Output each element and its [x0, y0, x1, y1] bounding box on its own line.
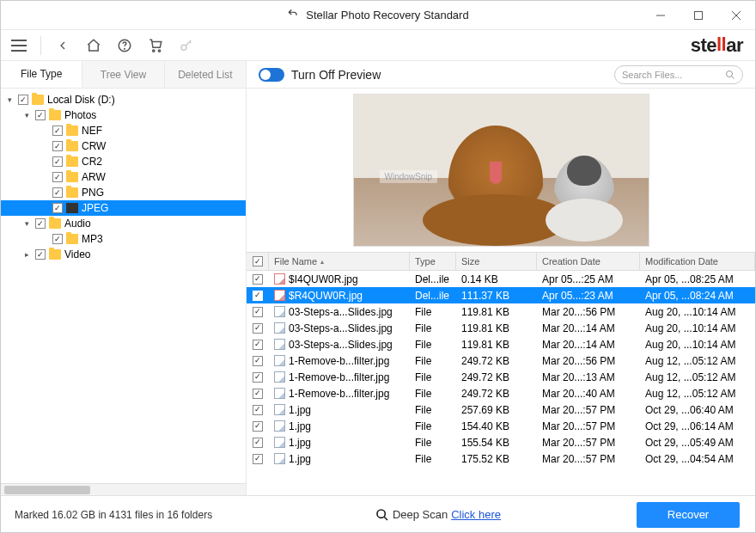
checkbox[interactable]: ✓ — [18, 95, 28, 105]
tree-item[interactable]: ▾✓Local Disk (D:) — [1, 92, 246, 107]
header-mdate[interactable]: Modification Date — [640, 253, 755, 270]
tab-deleted-list[interactable]: Deleted List — [165, 61, 247, 88]
tree-scrollbar[interactable] — [1, 483, 246, 495]
checkbox[interactable]: ✓ — [35, 218, 46, 229]
maximize-button[interactable] — [680, 1, 717, 30]
tree-item[interactable]: ✓NEF — [1, 123, 246, 138]
header-size[interactable]: Size — [456, 253, 537, 270]
file-type: File — [410, 355, 456, 367]
header-type[interactable]: Type — [410, 253, 456, 270]
tree-item[interactable]: ✓PNG — [1, 185, 246, 200]
checkbox[interactable]: ✓ — [253, 340, 263, 350]
file-row[interactable]: ✓03-Steps-a...Slides.jpgFile119.81 KBMar… — [247, 320, 755, 336]
tree-item[interactable]: ✓CRW — [1, 138, 246, 154]
twisty-icon[interactable]: ▾ — [21, 219, 32, 228]
file-name: 1.jpg — [289, 404, 311, 416]
header-name[interactable]: File Name ▴ — [269, 253, 410, 270]
back-history-icon[interactable] — [287, 8, 299, 22]
file-type: File — [410, 420, 456, 432]
tree-item[interactable]: ✓CR2 — [1, 154, 246, 169]
checkbox[interactable]: ✓ — [253, 421, 263, 432]
svg-point-8 — [125, 48, 125, 49]
file-row[interactable]: ✓1.jpgFile154.40 KBMar 20...:57 PMOct 29… — [247, 418, 755, 434]
recover-button[interactable]: Recover — [637, 502, 740, 528]
tree-label: Audio — [64, 217, 91, 230]
file-type: File — [410, 306, 456, 318]
file-row[interactable]: ✓1-Remove-b...filter.jpgFile249.72 KBMar… — [247, 369, 755, 385]
file-row[interactable]: ✓1.jpgFile175.52 KBMar 20...:57 PMOct 29… — [247, 450, 755, 467]
file-mdate: Aug 20, ...10:14 AM — [640, 339, 755, 351]
file-row[interactable]: ✓03-Steps-a...Slides.jpgFile119.81 KBMar… — [247, 303, 755, 320]
checkbox[interactable]: ✓ — [253, 405, 263, 415]
toolbar: stellar — [1, 30, 755, 61]
file-row[interactable]: ✓1.jpgFile257.69 KBMar 20...:57 PMOct 29… — [247, 401, 755, 418]
twisty-icon[interactable]: ▾ — [4, 95, 15, 104]
tab-tree-view[interactable]: Tree View — [82, 61, 164, 88]
checkbox[interactable]: ✓ — [52, 141, 63, 151]
header-cdate[interactable]: Creation Date — [537, 253, 640, 270]
file-row[interactable]: ✓1-Remove-b...filter.jpgFile249.72 KBMar… — [247, 352, 755, 369]
checkbox[interactable]: ✓ — [253, 323, 263, 334]
file-row[interactable]: ✓$R4QUW0R.jpgDel...ile111.37 KBApr 05...… — [247, 287, 755, 303]
home-icon[interactable] — [84, 36, 103, 55]
file-size: 175.52 KB — [456, 453, 537, 465]
status-text: Marked 16.02 GB in 4131 files in 16 fold… — [15, 509, 212, 521]
tree-item[interactable]: ✓ARW — [1, 169, 246, 185]
file-size: 0.14 KB — [456, 273, 537, 285]
file-row[interactable]: ✓$I4QUW0R.jpgDel...ile0.14 KBApr 05...:2… — [247, 271, 755, 287]
checkbox[interactable]: ✓ — [253, 438, 263, 448]
checkbox[interactable]: ✓ — [253, 274, 263, 285]
file-row[interactable]: ✓1.jpgFile155.54 KBMar 20...:57 PMOct 29… — [247, 434, 755, 450]
window-title: Stellar Photo Recovery Standard — [306, 9, 468, 21]
twisty-icon[interactable]: ▸ — [21, 250, 32, 259]
tree-item[interactable]: ▾✓Photos — [1, 107, 246, 123]
file-row[interactable]: ✓1-Remove-b...filter.jpgFile249.72 KBMar… — [247, 385, 755, 401]
brand-mid: ll — [716, 34, 726, 56]
preview-toggle[interactable] — [259, 68, 284, 82]
header-chk[interactable]: ✓ — [247, 253, 269, 270]
file-row[interactable]: ✓03-Steps-a...Slides.jpgFile119.81 KBMar… — [247, 336, 755, 352]
file-icon — [274, 306, 285, 317]
tabs-row: File Type Tree View Deleted List Turn Of… — [1, 61, 755, 89]
tree-label: CRW — [82, 140, 106, 152]
tree-item[interactable]: ▸✓Video — [1, 247, 246, 262]
tree-label: Local Disk (D:) — [47, 94, 115, 106]
tree-item[interactable]: ▾✓Audio — [1, 216, 246, 231]
checkbox[interactable]: ✓ — [52, 156, 63, 167]
checkbox[interactable]: ✓ — [253, 454, 263, 464]
tree-item[interactable]: ✓MP3 — [1, 231, 246, 247]
checkbox[interactable]: ✓ — [253, 307, 263, 317]
twisty-icon[interactable]: ▾ — [21, 111, 32, 119]
tab-file-type[interactable]: File Type — [1, 61, 82, 88]
back-icon[interactable] — [53, 36, 72, 55]
search-input[interactable]: Search Files... — [614, 65, 743, 84]
cart-icon[interactable] — [146, 36, 165, 55]
checkbox[interactable]: ✓ — [52, 203, 63, 213]
help-icon[interactable] — [115, 36, 134, 55]
file-grid: ✓ File Name ▴ Type Size Creation Date Mo… — [247, 252, 755, 495]
close-button[interactable] — [717, 1, 755, 30]
checkbox[interactable]: ✓ — [52, 172, 63, 182]
folder-icon — [66, 126, 78, 136]
checkbox[interactable]: ✓ — [52, 234, 63, 244]
checkbox[interactable]: ✓ — [253, 389, 263, 399]
file-type: File — [410, 322, 456, 334]
minimize-button[interactable] — [642, 1, 680, 30]
checkbox[interactable]: ✓ — [253, 372, 263, 383]
checkbox[interactable]: ✓ — [35, 110, 46, 120]
footer: Marked 16.02 GB in 4131 files in 16 fold… — [1, 495, 755, 533]
checkbox[interactable]: ✓ — [253, 291, 263, 301]
checkbox[interactable]: ✓ — [35, 249, 46, 260]
menu-icon[interactable] — [9, 36, 28, 55]
file-size: 119.81 KB — [456, 339, 537, 351]
deepscan-link[interactable]: Click here — [451, 508, 501, 521]
tree-item[interactable]: ✓JPEG — [1, 200, 246, 216]
folder-icon — [66, 187, 78, 198]
checkbox[interactable]: ✓ — [52, 187, 63, 198]
checkbox[interactable]: ✓ — [52, 126, 63, 136]
svg-point-9 — [153, 49, 155, 51]
checkbox[interactable]: ✓ — [253, 356, 263, 366]
key-icon[interactable] — [177, 36, 196, 55]
file-cdate: Mar 20...:13 AM — [537, 371, 640, 383]
file-icon — [274, 273, 285, 285]
